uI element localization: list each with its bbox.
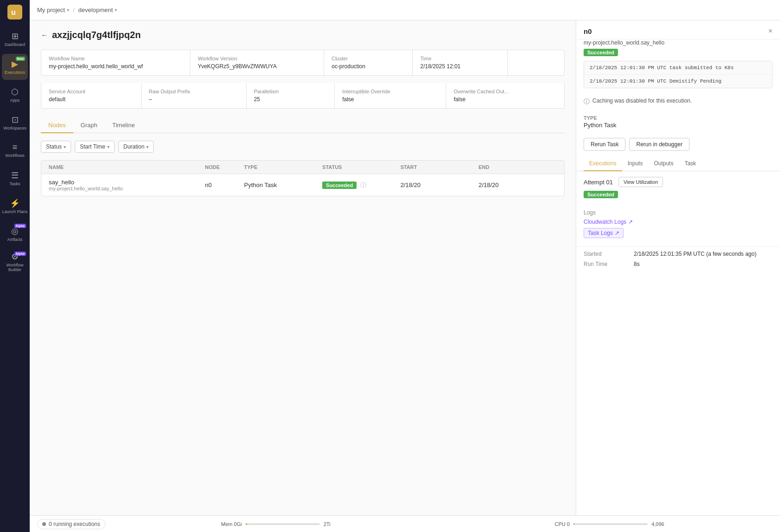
new-badge: New: [16, 57, 25, 61]
start-time-filter[interactable]: Start Time ▾: [75, 141, 115, 153]
alpha-badge: Alpha: [14, 224, 26, 228]
node-path: my-project.hello_world.say_hello: [49, 186, 205, 191]
sidebar-item-dashboard[interactable]: ⊞ Dashboard: [2, 26, 28, 52]
time-label: Time: [420, 56, 500, 61]
alpha-badge2: Alpha: [14, 252, 26, 256]
dashboard-icon: ⊞: [12, 31, 19, 41]
nodes-table: Name Node Type Status Start End say_hell…: [41, 160, 565, 196]
cluster-value: oc-production: [332, 63, 405, 70]
project-name: My project: [37, 6, 65, 13]
col-type: Type: [244, 164, 322, 170]
apps-icon: ⬡: [11, 87, 19, 97]
action-buttons: Rerun Task Rerun in debugger: [576, 132, 780, 156]
cpu-max: 4,096: [651, 521, 664, 527]
overwrite-value: false: [454, 96, 557, 103]
sidebar-item-workflows[interactable]: ≡ Workflows: [2, 137, 28, 163]
sidebar-item-workflow-builder[interactable]: ⚙ Workflow Builder Alpha: [2, 249, 28, 275]
type-section: TYPE Python Task: [576, 111, 780, 132]
type-value: Python Task: [584, 122, 773, 129]
start-time-filter-label: Start Time: [80, 143, 105, 150]
sidebar-item-apps[interactable]: ⬡ Apps: [2, 82, 28, 108]
col-name: Name: [49, 164, 205, 170]
app-logo[interactable]: u: [6, 4, 23, 20]
logs-label: Logs: [584, 209, 773, 216]
external-link-icon2: ↗: [615, 230, 619, 236]
metadata-grid-2: Service Account default Raw Output Prefi…: [41, 83, 565, 109]
time-value: 2/18/2025 12:01: [420, 63, 500, 70]
project-selector[interactable]: My project ▾: [37, 6, 69, 13]
panel-tab-executions[interactable]: Executions: [584, 156, 622, 171]
sidebar-item-artifacts[interactable]: ◎ Artifacts Alpha: [2, 221, 28, 247]
panel-tab-inputs[interactable]: Inputs: [622, 156, 649, 171]
attempt-status: Succeeded: [584, 191, 773, 198]
task-logs-label: Task Logs: [588, 230, 613, 236]
parallelism-label: Parallelism: [254, 89, 327, 94]
cpu-label: CPU 0: [555, 521, 570, 527]
panel-node-id: n0: [584, 27, 592, 35]
env-selector[interactable]: development ▾: [78, 6, 117, 13]
col-start: Start: [400, 164, 478, 170]
sidebar-item-label: Workflow Builder: [2, 263, 28, 272]
sidebar-item-executions[interactable]: ▶ Executions New: [2, 54, 28, 80]
panel-tab-outputs[interactable]: Outputs: [648, 156, 679, 171]
attempt-label: Attempt 01: [584, 179, 613, 186]
table-row[interactable]: say_hello my-project.hello_world.say_hel…: [41, 174, 564, 196]
cache-notice: ⓘ Caching was disabled for this executio…: [576, 94, 780, 111]
panel-task-name: my-project.hello_world.say_hello: [576, 39, 780, 49]
workflow-name-value: my-project.hello_world.hello_world_wf: [49, 63, 182, 70]
rerun-debugger-button[interactable]: Rerun in debugger: [629, 138, 689, 151]
running-dot: [42, 522, 46, 526]
sidebar-item-label: Dashboard: [5, 43, 25, 47]
cluster-label: Cluster: [332, 56, 405, 61]
service-account-value: default: [49, 96, 134, 103]
tab-timeline[interactable]: Timeline: [105, 118, 143, 133]
cache-notice-text: Caching was disabled for this execution.: [592, 97, 692, 104]
log-entry-1: 2/18/2025 12:01:30 PM UTC task submitted…: [584, 61, 772, 75]
close-button[interactable]: ×: [768, 27, 773, 35]
launch-plans-icon: ⚡: [10, 198, 20, 208]
sidebar-item-label: Workflows: [5, 154, 24, 158]
project-chevron-icon: ▾: [67, 7, 69, 13]
panel-status: Succeeded: [576, 49, 780, 61]
raw-output-value: –: [149, 96, 239, 103]
col-node: Node: [205, 164, 244, 170]
sidebar-item-workspaces[interactable]: ⊡ Workspaces: [2, 110, 28, 136]
workflow-version-label: Workflow Version: [198, 56, 316, 61]
execution-detail: ← axzjjcqlq7g4tlfjpq2n Workflow Name my-…: [30, 20, 576, 515]
attempt-header: Attempt 01 View Utilization: [584, 177, 773, 187]
start-time-filter-chevron: ▾: [107, 144, 110, 149]
status-filter-chevron: ▾: [64, 144, 66, 149]
status-filter[interactable]: Status ▾: [41, 141, 71, 153]
duration-filter-chevron: ▾: [146, 144, 149, 149]
mem-progress-fill: [246, 523, 247, 525]
tab-nodes[interactable]: Nodes: [41, 118, 73, 133]
sidebar-item-tasks[interactable]: ☰ Tasks: [2, 165, 28, 191]
time-cell: Time 2/18/2025 12:01: [413, 50, 508, 75]
service-account-label: Service Account: [49, 89, 134, 94]
duration-filter-label: Duration: [124, 143, 144, 150]
duration-filter[interactable]: Duration ▾: [118, 141, 154, 153]
col-end: End: [479, 164, 557, 170]
rerun-task-button[interactable]: Rerun Task: [584, 138, 625, 151]
info-icon[interactable]: ⓘ: [360, 182, 366, 188]
tab-graph[interactable]: Graph: [73, 118, 105, 133]
cpu-progress-bar: [573, 523, 648, 525]
cloudwatch-logs-link[interactable]: Cloudwatch Logs ↗: [584, 219, 773, 225]
sidebar-item-label: Tasks: [9, 182, 20, 187]
back-button[interactable]: ←: [41, 31, 48, 39]
panel-tab-task[interactable]: Task: [679, 156, 702, 171]
cache-info-icon: ⓘ: [584, 97, 590, 106]
table-header: Name Node Type Status Start End: [41, 161, 564, 174]
sidebar-item-launch-plans[interactable]: ⚡ Launch Plans: [2, 193, 28, 219]
runtime-label: Run Time: [584, 261, 630, 267]
memory-group: Mem 0Gi 2Ti: [113, 521, 439, 527]
started-row: Started 2/18/2025 12:01:35 PM UTC (a few…: [584, 251, 773, 257]
type-label: TYPE: [584, 115, 773, 121]
task-logs-link[interactable]: Task Logs ↗: [584, 228, 624, 238]
status-badge: Succeeded: [322, 182, 357, 189]
running-executions-text: 0 running executions: [49, 521, 100, 527]
bottom-bar: 0 running executions Mem 0Gi 2Ti CPU 0 4…: [30, 515, 780, 532]
view-utilization-button[interactable]: View Utilization: [618, 177, 663, 187]
filters-bar: Status ▾ Start Time ▾ Duration ▾: [41, 141, 565, 153]
node-id: n0: [205, 182, 244, 188]
